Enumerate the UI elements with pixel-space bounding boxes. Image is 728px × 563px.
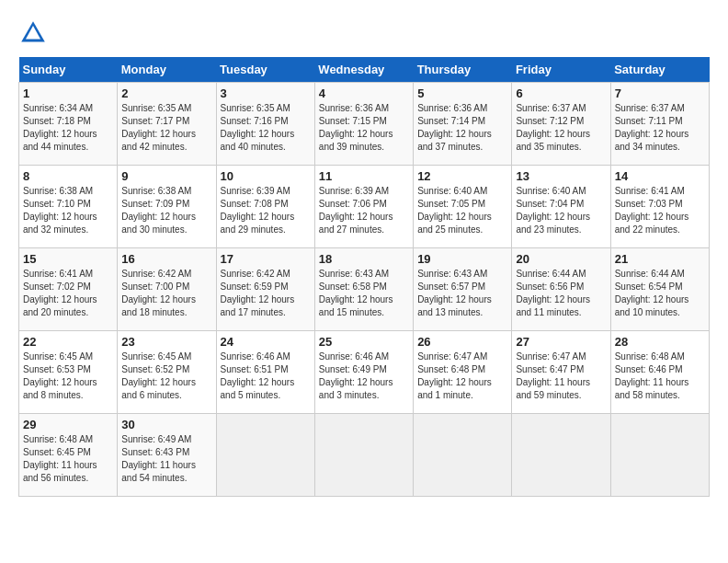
day-info: Sunrise: 6:47 AM Sunset: 6:48 PM Dayligh…: [417, 350, 507, 402]
day-info: Sunrise: 6:40 AM Sunset: 7:05 PM Dayligh…: [417, 185, 507, 236]
day-header-saturday: Saturday: [610, 57, 709, 83]
day-info: Sunrise: 6:46 AM Sunset: 6:49 PM Dayligh…: [319, 350, 409, 402]
calendar-cell: 4Sunrise: 6:36 AM Sunset: 7:15 PM Daylig…: [314, 83, 413, 166]
day-header-tuesday: Tuesday: [216, 57, 314, 83]
day-info: Sunrise: 6:39 AM Sunset: 7:06 PM Dayligh…: [319, 185, 409, 236]
day-number: 28: [615, 335, 705, 349]
day-number: 30: [121, 418, 211, 431]
day-number: 1: [23, 86, 113, 100]
calendar-table: SundayMondayTuesdayWednesdayThursdayFrid…: [18, 57, 710, 497]
day-number: 13: [516, 169, 606, 183]
day-number: 9: [121, 169, 211, 183]
day-number: 7: [615, 86, 705, 100]
week-row-2: 8Sunrise: 6:38 AM Sunset: 7:10 PM Daylig…: [19, 166, 710, 248]
day-info: Sunrise: 6:44 AM Sunset: 6:54 PM Dayligh…: [615, 268, 705, 319]
calendar-cell: 18Sunrise: 6:43 AM Sunset: 6:58 PM Dayli…: [314, 248, 413, 331]
day-number: 8: [23, 169, 113, 183]
logo: [18, 18, 51, 48]
day-info: Sunrise: 6:48 AM Sunset: 6:45 PM Dayligh…: [23, 433, 113, 485]
day-number: 29: [23, 418, 113, 431]
day-info: Sunrise: 6:47 AM Sunset: 6:47 PM Dayligh…: [516, 350, 606, 402]
calendar-cell: 25Sunrise: 6:46 AM Sunset: 6:49 PM Dayli…: [314, 331, 413, 414]
calendar-cell: [314, 414, 413, 497]
calendar-cell: 2Sunrise: 6:35 AM Sunset: 7:17 PM Daylig…: [118, 83, 216, 166]
day-number: 6: [516, 86, 606, 100]
calendar-cell: 22Sunrise: 6:45 AM Sunset: 6:53 PM Dayli…: [19, 331, 118, 414]
calendar-cell: 24Sunrise: 6:46 AM Sunset: 6:51 PM Dayli…: [216, 331, 314, 414]
week-row-4: 22Sunrise: 6:45 AM Sunset: 6:53 PM Dayli…: [19, 331, 710, 414]
day-number: 23: [121, 335, 211, 349]
day-info: Sunrise: 6:46 AM Sunset: 6:51 PM Dayligh…: [221, 350, 311, 402]
logo-icon: [18, 18, 48, 48]
day-info: Sunrise: 6:36 AM Sunset: 7:14 PM Dayligh…: [417, 102, 507, 154]
day-info: Sunrise: 6:43 AM Sunset: 6:57 PM Dayligh…: [417, 268, 507, 319]
calendar-cell: 6Sunrise: 6:37 AM Sunset: 7:12 PM Daylig…: [512, 83, 610, 166]
day-number: 25: [319, 335, 409, 349]
day-info: Sunrise: 6:39 AM Sunset: 7:08 PM Dayligh…: [221, 185, 311, 236]
calendar-cell: 3Sunrise: 6:35 AM Sunset: 7:16 PM Daylig…: [216, 83, 314, 166]
day-number: 26: [417, 335, 507, 349]
day-number: 21: [615, 252, 705, 266]
calendar-cell: 1Sunrise: 6:34 AM Sunset: 7:18 PM Daylig…: [19, 83, 118, 166]
day-info: Sunrise: 6:43 AM Sunset: 6:58 PM Dayligh…: [319, 268, 409, 319]
day-number: 4: [319, 86, 409, 100]
day-number: 5: [417, 86, 507, 100]
day-info: Sunrise: 6:42 AM Sunset: 7:00 PM Dayligh…: [121, 268, 211, 319]
calendar-cell: 11Sunrise: 6:39 AM Sunset: 7:06 PM Dayli…: [314, 166, 413, 248]
calendar-cell: 5Sunrise: 6:36 AM Sunset: 7:14 PM Daylig…: [414, 83, 512, 166]
day-number: 17: [221, 252, 311, 266]
day-number: 10: [221, 169, 311, 183]
calendar-cell: 21Sunrise: 6:44 AM Sunset: 6:54 PM Dayli…: [610, 248, 709, 331]
day-number: 2: [121, 86, 211, 100]
day-info: Sunrise: 6:34 AM Sunset: 7:18 PM Dayligh…: [23, 102, 113, 154]
day-info: Sunrise: 6:35 AM Sunset: 7:17 PM Dayligh…: [121, 102, 211, 154]
day-info: Sunrise: 6:42 AM Sunset: 6:59 PM Dayligh…: [221, 268, 311, 319]
week-row-3: 15Sunrise: 6:41 AM Sunset: 7:02 PM Dayli…: [19, 248, 710, 331]
calendar-cell: 14Sunrise: 6:41 AM Sunset: 7:03 PM Dayli…: [610, 166, 709, 248]
calendar-cell: 17Sunrise: 6:42 AM Sunset: 6:59 PM Dayli…: [216, 248, 314, 331]
day-info: Sunrise: 6:45 AM Sunset: 6:52 PM Dayligh…: [121, 350, 211, 402]
days-header-row: SundayMondayTuesdayWednesdayThursdayFrid…: [19, 57, 710, 83]
calendar-cell: 15Sunrise: 6:41 AM Sunset: 7:02 PM Dayli…: [19, 248, 118, 331]
day-number: 22: [23, 335, 113, 349]
day-info: Sunrise: 6:36 AM Sunset: 7:15 PM Dayligh…: [319, 102, 409, 154]
day-header-thursday: Thursday: [414, 57, 512, 83]
calendar-cell: [216, 414, 314, 497]
day-info: Sunrise: 6:49 AM Sunset: 6:43 PM Dayligh…: [121, 433, 211, 485]
calendar-cell: 26Sunrise: 6:47 AM Sunset: 6:48 PM Dayli…: [414, 331, 512, 414]
page-header: [18, 18, 710, 48]
day-info: Sunrise: 6:37 AM Sunset: 7:11 PM Dayligh…: [615, 102, 705, 154]
week-row-1: 1Sunrise: 6:34 AM Sunset: 7:18 PM Daylig…: [19, 83, 710, 166]
day-number: 27: [516, 335, 606, 349]
calendar-cell: 10Sunrise: 6:39 AM Sunset: 7:08 PM Dayli…: [216, 166, 314, 248]
day-info: Sunrise: 6:40 AM Sunset: 7:04 PM Dayligh…: [516, 185, 606, 236]
calendar-cell: 16Sunrise: 6:42 AM Sunset: 7:00 PM Dayli…: [118, 248, 216, 331]
day-info: Sunrise: 6:41 AM Sunset: 7:02 PM Dayligh…: [23, 268, 113, 319]
week-row-5: 29Sunrise: 6:48 AM Sunset: 6:45 PM Dayli…: [19, 414, 710, 497]
day-info: Sunrise: 6:37 AM Sunset: 7:12 PM Dayligh…: [516, 102, 606, 154]
day-header-sunday: Sunday: [19, 57, 118, 83]
day-info: Sunrise: 6:35 AM Sunset: 7:16 PM Dayligh…: [221, 102, 311, 154]
calendar-cell: 8Sunrise: 6:38 AM Sunset: 7:10 PM Daylig…: [19, 166, 118, 248]
day-number: 11: [319, 169, 409, 183]
calendar-cell: 9Sunrise: 6:38 AM Sunset: 7:09 PM Daylig…: [118, 166, 216, 248]
calendar-cell: 20Sunrise: 6:44 AM Sunset: 6:56 PM Dayli…: [512, 248, 610, 331]
day-info: Sunrise: 6:38 AM Sunset: 7:10 PM Dayligh…: [23, 185, 113, 236]
day-number: 16: [121, 252, 211, 266]
calendar-cell: 29Sunrise: 6:48 AM Sunset: 6:45 PM Dayli…: [19, 414, 118, 497]
calendar-cell: 23Sunrise: 6:45 AM Sunset: 6:52 PM Dayli…: [118, 331, 216, 414]
day-number: 20: [516, 252, 606, 266]
day-number: 14: [615, 169, 705, 183]
day-info: Sunrise: 6:38 AM Sunset: 7:09 PM Dayligh…: [121, 185, 211, 236]
calendar-cell: 30Sunrise: 6:49 AM Sunset: 6:43 PM Dayli…: [118, 414, 216, 497]
calendar-cell: 13Sunrise: 6:40 AM Sunset: 7:04 PM Dayli…: [512, 166, 610, 248]
day-header-friday: Friday: [512, 57, 610, 83]
calendar-cell: 27Sunrise: 6:47 AM Sunset: 6:47 PM Dayli…: [512, 331, 610, 414]
day-number: 18: [319, 252, 409, 266]
calendar-cell: 19Sunrise: 6:43 AM Sunset: 6:57 PM Dayli…: [414, 248, 512, 331]
day-info: Sunrise: 6:45 AM Sunset: 6:53 PM Dayligh…: [23, 350, 113, 402]
day-number: 24: [221, 335, 311, 349]
day-info: Sunrise: 6:41 AM Sunset: 7:03 PM Dayligh…: [615, 185, 705, 236]
calendar-cell: [512, 414, 610, 497]
calendar-cell: 28Sunrise: 6:48 AM Sunset: 6:46 PM Dayli…: [610, 331, 709, 414]
